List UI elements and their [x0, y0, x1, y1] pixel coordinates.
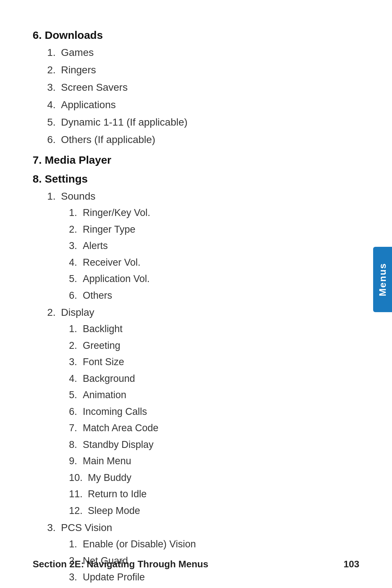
- list-item: 3.Alerts: [69, 238, 341, 253]
- list-item: 1.Ringer/Key Vol.: [69, 205, 341, 220]
- list-item: 1.Enable (or Disable) Vision: [69, 537, 341, 552]
- list-item: 4.Applications: [47, 97, 341, 113]
- footer-section-label: Section 2E: Navigating Through Menus: [33, 559, 208, 570]
- list-item: 3.Update Profile: [69, 570, 341, 585]
- list-item: 4.Receiver Vol.: [69, 255, 341, 270]
- menus-side-tab: Menus: [373, 247, 392, 312]
- list-item: 5.Dynamic 1-11 (If applicable): [47, 115, 341, 130]
- side-tab-label: Menus: [377, 263, 388, 296]
- list-item: 9.Main Menu: [69, 454, 341, 469]
- list-item: 3.Font Size: [69, 355, 341, 369]
- list-item: 2.Greeting: [69, 338, 341, 353]
- list-item: 4.Background: [69, 371, 341, 386]
- display-sublist: 1.Backlight 2.Greeting 3.Font Size 4.Bac…: [69, 322, 341, 518]
- list-item: 2.Ringers: [47, 62, 341, 78]
- section-7: 7. Media Player: [33, 154, 341, 166]
- section-8: 8. Settings 1.Sounds 1.Ringer/Key Vol. 2…: [33, 173, 341, 585]
- section-6-list: 1.Games 2.Ringers 3.Screen Savers 4.Appl…: [47, 45, 341, 147]
- section-6-header: 6. Downloads: [33, 29, 341, 41]
- list-item: 8.Standby Display: [69, 437, 341, 452]
- page-footer: Section 2E: Navigating Through Menus 103: [33, 559, 359, 570]
- list-item: 12.Sleep Mode: [69, 503, 341, 518]
- list-item: 1.Games: [47, 45, 341, 60]
- list-item: 5.Application Vol.: [69, 271, 341, 286]
- section-7-header: 7. Media Player: [33, 154, 341, 166]
- list-item: 1.Backlight: [69, 322, 341, 336]
- list-item: 6.Incoming Calls: [69, 404, 341, 419]
- list-item-match-area-code: 7.Match Area Code: [69, 421, 341, 436]
- list-item-pcs-vision: 3.PCS Vision 1.Enable (or Disable) Visio…: [47, 520, 341, 585]
- list-item-display: 2.Display 1.Backlight 2.Greeting 3.Font …: [47, 305, 341, 518]
- list-item: 2.Ringer Type: [69, 222, 341, 237]
- footer-page-number: 103: [344, 559, 359, 570]
- list-item: 11.Return to Idle: [69, 487, 341, 502]
- list-item-sounds: 1.Sounds 1.Ringer/Key Vol. 2.Ringer Type…: [47, 189, 341, 303]
- section-6: 6. Downloads 1.Games 2.Ringers 3.Screen …: [33, 29, 341, 147]
- list-item: 10.My Buddy: [69, 470, 341, 485]
- list-item: 6.Others: [69, 288, 341, 303]
- section-8-list: 1.Sounds 1.Ringer/Key Vol. 2.Ringer Type…: [47, 189, 341, 585]
- list-item: 6.Others (If applicable): [47, 132, 341, 147]
- sounds-sublist: 1.Ringer/Key Vol. 2.Ringer Type 3.Alerts…: [69, 205, 341, 303]
- list-item: 3.Screen Savers: [47, 80, 341, 95]
- section-8-header: 8. Settings: [33, 173, 341, 185]
- list-item: 5.Animation: [69, 388, 341, 403]
